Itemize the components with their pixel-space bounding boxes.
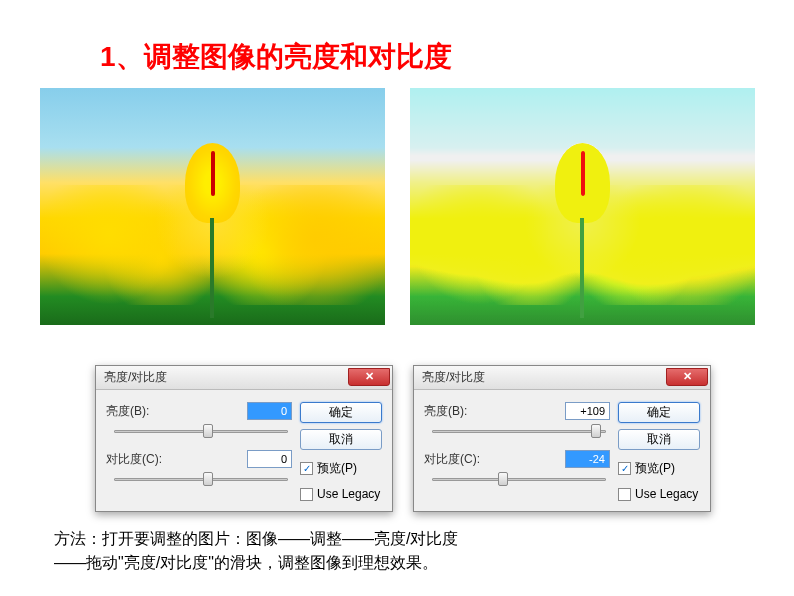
images-row bbox=[40, 88, 755, 325]
tulip-image-adjusted bbox=[410, 88, 755, 325]
contrast-label: 对比度(C): bbox=[424, 451, 494, 468]
brightness-label: 亮度(B): bbox=[424, 403, 494, 420]
preview-label: 预览(P) bbox=[317, 460, 357, 477]
dialog-title: 亮度/对比度 bbox=[422, 369, 485, 386]
page-title: 1、调整图像的亮度和对比度 bbox=[100, 38, 452, 76]
brightness-label: 亮度(B): bbox=[106, 403, 176, 420]
legacy-label: Use Legacy bbox=[635, 487, 698, 501]
legacy-checkbox[interactable] bbox=[618, 488, 631, 501]
method-line-1: 方法：打开要调整的图片：图像——调整——亮度/对比度 bbox=[54, 527, 458, 551]
ok-button[interactable]: 确定 bbox=[618, 402, 700, 423]
cancel-button[interactable]: 取消 bbox=[618, 429, 700, 450]
cancel-button[interactable]: 取消 bbox=[300, 429, 382, 450]
brightness-input[interactable] bbox=[247, 402, 292, 420]
legacy-label: Use Legacy bbox=[317, 487, 380, 501]
tulip-image-original bbox=[40, 88, 385, 325]
close-button[interactable]: ✕ bbox=[666, 368, 708, 386]
close-button[interactable]: ✕ bbox=[348, 368, 390, 386]
preview-label: 预览(P) bbox=[635, 460, 675, 477]
contrast-slider[interactable] bbox=[424, 470, 618, 488]
brightness-slider[interactable] bbox=[106, 422, 300, 440]
method-line-2: ——拖动"亮度/对比度"的滑块，调整图像到理想效果。 bbox=[54, 551, 458, 575]
dialog-title: 亮度/对比度 bbox=[104, 369, 167, 386]
contrast-label: 对比度(C): bbox=[106, 451, 176, 468]
brightness-input[interactable] bbox=[565, 402, 610, 420]
contrast-input[interactable] bbox=[565, 450, 610, 468]
dialogs-row: 亮度/对比度 ✕ 亮度(B): 对比度(C): bbox=[95, 365, 711, 512]
dialog-titlebar: 亮度/对比度 ✕ bbox=[96, 366, 392, 390]
legacy-checkbox[interactable] bbox=[300, 488, 313, 501]
contrast-slider[interactable] bbox=[106, 470, 300, 488]
ok-button[interactable]: 确定 bbox=[300, 402, 382, 423]
dialog-titlebar: 亮度/对比度 ✕ bbox=[414, 366, 710, 390]
preview-checkbox[interactable]: ✓ bbox=[300, 462, 313, 475]
brightness-contrast-dialog-left: 亮度/对比度 ✕ 亮度(B): 对比度(C): bbox=[95, 365, 393, 512]
contrast-slider-thumb[interactable] bbox=[203, 472, 213, 486]
contrast-slider-thumb[interactable] bbox=[498, 472, 508, 486]
contrast-input[interactable] bbox=[247, 450, 292, 468]
brightness-slider-thumb[interactable] bbox=[591, 424, 601, 438]
method-description: 方法：打开要调整的图片：图像——调整——亮度/对比度 ——拖动"亮度/对比度"的… bbox=[54, 527, 458, 575]
brightness-slider-thumb[interactable] bbox=[203, 424, 213, 438]
brightness-slider[interactable] bbox=[424, 422, 618, 440]
preview-checkbox[interactable]: ✓ bbox=[618, 462, 631, 475]
brightness-contrast-dialog-right: 亮度/对比度 ✕ 亮度(B): 对比度(C): bbox=[413, 365, 711, 512]
